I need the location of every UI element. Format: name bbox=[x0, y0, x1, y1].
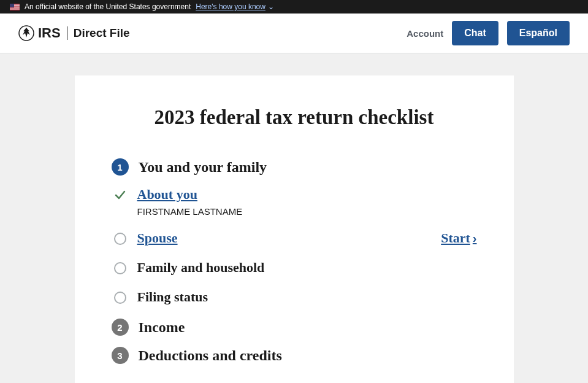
section-you-and-family: 1 You and your family bbox=[112, 158, 477, 176]
check-icon bbox=[113, 188, 128, 203]
gov-banner: An official website of the United States… bbox=[0, 0, 588, 14]
item-filing-status: Filing status bbox=[112, 289, 477, 305]
svg-rect-4 bbox=[10, 9, 20, 10]
divider bbox=[67, 26, 67, 40]
item-family-household: Family and household bbox=[112, 260, 477, 276]
item-about-you: About you FIRSTNAME LASTNAME bbox=[112, 187, 477, 217]
gov-banner-link[interactable]: Here's how you know⌄ bbox=[196, 2, 274, 11]
header-right: Account Chat Español bbox=[407, 21, 570, 45]
chevron-down-icon: ⌄ bbox=[268, 2, 274, 11]
espanol-button[interactable]: Español bbox=[507, 21, 570, 45]
page-title: 2023 federal tax return checklist bbox=[112, 106, 477, 129]
step-number-1: 1 bbox=[112, 158, 129, 176]
main: 2023 federal tax return checklist 1 You … bbox=[0, 53, 588, 383]
logo-group: IRS Direct File bbox=[18, 25, 130, 41]
circle-empty-icon bbox=[113, 261, 128, 276]
svg-rect-5 bbox=[10, 4, 14, 7]
step-number-3: 3 bbox=[112, 347, 129, 364]
item-spouse: Spouse Start › bbox=[112, 230, 477, 246]
about-you-name: FIRSTNAME LASTNAME bbox=[137, 206, 243, 217]
about-you-link[interactable]: About you bbox=[137, 187, 243, 203]
irs-eagle-icon bbox=[18, 25, 34, 41]
section-deductions: 3 Deductions and credits bbox=[112, 347, 477, 364]
section-title-1: You and your family bbox=[139, 159, 267, 176]
spouse-start-link[interactable]: Start › bbox=[441, 230, 476, 246]
filing-status-label: Filing status bbox=[137, 289, 208, 305]
chevron-right-icon: › bbox=[473, 231, 477, 246]
card: 2023 federal tax return checklist 1 You … bbox=[75, 75, 514, 383]
irs-logo[interactable]: IRS bbox=[18, 25, 61, 41]
header: IRS Direct File Account Chat Español bbox=[0, 14, 588, 53]
family-household-label: Family and household bbox=[137, 260, 265, 276]
chat-button[interactable]: Chat bbox=[452, 21, 498, 45]
section-title-2: Income bbox=[139, 319, 185, 336]
step-number-2: 2 bbox=[112, 319, 129, 336]
gov-banner-text: An official website of the United States… bbox=[25, 2, 191, 11]
product-name: Direct File bbox=[74, 26, 130, 40]
section-title-3: Deductions and credits bbox=[139, 347, 282, 364]
spouse-link[interactable]: Spouse bbox=[137, 230, 178, 246]
section-income: 2 Income bbox=[112, 319, 477, 336]
svg-rect-3 bbox=[10, 7, 20, 9]
account-link[interactable]: Account bbox=[407, 28, 443, 39]
us-flag-icon bbox=[10, 4, 20, 10]
circle-empty-icon bbox=[113, 290, 128, 305]
circle-empty-icon bbox=[113, 231, 128, 246]
